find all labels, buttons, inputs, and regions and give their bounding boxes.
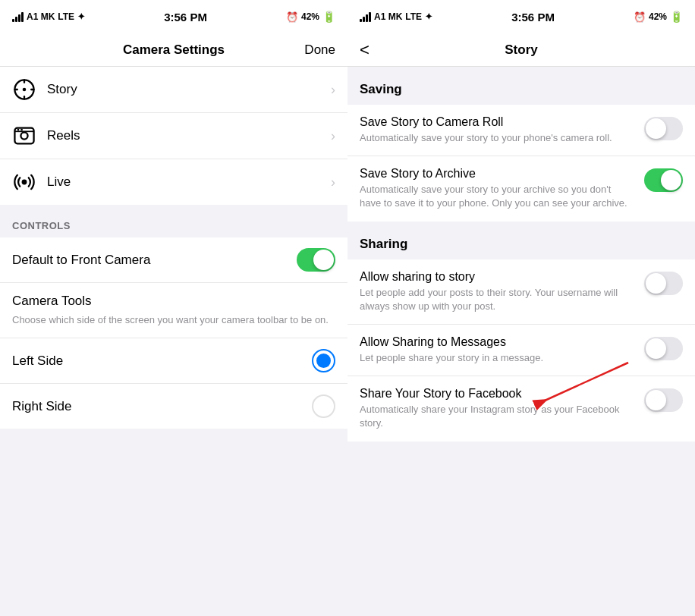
save-camera-roll-item: Save Story to Camera Roll Automatically …: [348, 105, 695, 156]
left-side-text: Left Side: [12, 354, 312, 369]
story-icon: [12, 77, 36, 102]
live-text: Live: [47, 174, 325, 190]
reels-text: Reels: [47, 128, 325, 143]
story-chevron: ›: [331, 82, 335, 98]
story-label: Story: [47, 82, 325, 97]
allow-sharing-story-text: Allow sharing to story Let people add yo…: [360, 270, 635, 313]
save-archive-label: Save Story to Archive: [360, 167, 635, 181]
svg-point-3: [23, 88, 27, 92]
reels-label: Reels: [47, 128, 325, 143]
wifi-icon-right: ✦: [425, 11, 432, 22]
battery-icon: 🔋: [322, 11, 335, 23]
network-text-right: LTE: [405, 11, 422, 22]
back-button[interactable]: <: [360, 40, 370, 60]
share-facebook-desc: Automatically share your Instagram story…: [360, 403, 635, 430]
right-side-radio[interactable]: [312, 394, 335, 418]
save-archive-toggle[interactable]: [644, 168, 683, 192]
allow-sharing-story-label: Allow sharing to story: [360, 270, 635, 284]
right-side-item[interactable]: Right Side: [0, 384, 348, 429]
alarm-icon-right: ⏰: [634, 11, 646, 23]
svg-point-13: [22, 180, 27, 185]
signal-icon: [12, 12, 24, 22]
save-archive-item: Save Story to Archive Automatically save…: [348, 156, 695, 221]
save-camera-roll-desc: Automatically save your story to your ph…: [360, 131, 635, 145]
front-camera-text: Default to Front Camera: [12, 253, 297, 268]
sharing-section: Allow sharing to story Let people add yo…: [348, 259, 695, 442]
sharing-section-title: Sharing: [348, 222, 695, 259]
allow-sharing-story-desc: Let people add your posts to their story…: [360, 286, 635, 313]
battery-text: 42%: [301, 11, 319, 22]
save-archive-desc: Automatically save your story to your ar…: [360, 183, 635, 210]
time-display: 3:56 PM: [164, 11, 207, 24]
live-label: Live: [47, 174, 325, 190]
right-side-label: Right Side: [12, 399, 312, 414]
live-icon: [12, 170, 36, 194]
svg-point-12: [20, 129, 23, 131]
saving-section: Save Story to Camera Roll Automatically …: [348, 105, 695, 222]
live-chevron: ›: [331, 174, 335, 190]
battery-text-right: 42%: [649, 11, 667, 22]
allow-sharing-story-toggle[interactable]: [644, 272, 683, 295]
status-bar-right: A1 MK LTE ✦ 3:56 PM ⏰ 42% 🔋: [348, 0, 695, 33]
front-camera-item[interactable]: Default to Front Camera: [0, 237, 348, 283]
camera-tools-item: Camera Tools Choose which side of the sc…: [0, 283, 348, 338]
done-button[interactable]: Done: [304, 42, 335, 58]
nav-title-right: Story: [505, 42, 537, 58]
story-text: Story: [47, 82, 325, 97]
save-archive-text: Save Story to Archive Automatically save…: [360, 167, 635, 210]
right-panel: A1 MK LTE ✦ 3:56 PM ⏰ 42% 🔋 < Story Savi…: [348, 0, 695, 616]
saving-section-title: Saving: [348, 67, 695, 105]
live-item[interactable]: Live ›: [0, 159, 348, 205]
left-side-radio[interactable]: [312, 349, 335, 372]
svg-point-9: [20, 132, 27, 139]
share-facebook-toggle[interactable]: [644, 388, 683, 412]
right-content: Saving Save Story to Camera Roll Automat…: [348, 67, 695, 616]
left-panel: A1 MK LTE ✦ 3:56 PM ⏰ 42% 🔋 Camera Setti…: [0, 0, 348, 616]
share-facebook-item: Share Your Story to Facebook Automatical…: [348, 376, 695, 441]
camera-tools-desc: Choose which side of the screen you want…: [12, 313, 329, 327]
allow-sharing-messages-text: Allow Sharing to Messages Let people sha…: [360, 335, 635, 365]
story-item[interactable]: Story ›: [0, 67, 348, 113]
svg-point-11: [17, 129, 20, 131]
controls-header: Controls: [0, 205, 348, 237]
story-settings-panel: A1 MK LTE ✦ 3:56 PM ⏰ 42% 🔋 < Story Savi…: [348, 0, 695, 616]
camera-tools-label: Camera Tools: [12, 294, 92, 309]
time-display-right: 3:56 PM: [511, 11, 555, 24]
nav-title-left: Camera Settings: [123, 42, 225, 58]
allow-sharing-story-item: Allow sharing to story Let people add yo…: [348, 259, 695, 325]
toggle-thumb-archive: [661, 170, 681, 190]
reels-item[interactable]: Reels ›: [0, 113, 348, 159]
save-camera-roll-toggle[interactable]: [644, 117, 683, 140]
toggle-thumb-messages: [646, 338, 666, 359]
camera-settings-panel: A1 MK LTE ✦ 3:56 PM ⏰ 42% 🔋 Camera Setti…: [0, 0, 348, 616]
nav-bar-right: < Story: [348, 33, 695, 67]
carrier-text-right: A1 MK: [374, 11, 402, 22]
front-camera-toggle[interactable]: [297, 248, 335, 272]
share-facebook-label: Share Your Story to Facebook: [360, 387, 635, 401]
left-side-label: Left Side: [12, 354, 312, 369]
left-side-item[interactable]: Left Side: [0, 338, 348, 384]
carrier-text: A1 MK: [27, 11, 55, 22]
nav-bar-left: Camera Settings Done: [0, 33, 348, 67]
battery-icon-right: 🔋: [670, 11, 683, 23]
save-camera-roll-text: Save Story to Camera Roll Automatically …: [360, 115, 635, 145]
allow-sharing-messages-desc: Let people share your story in a message…: [360, 351, 635, 365]
status-bar-left: A1 MK LTE ✦ 3:56 PM ⏰ 42% 🔋: [0, 0, 348, 33]
wifi-icon: ✦: [77, 11, 85, 22]
right-side-text: Right Side: [12, 399, 312, 414]
left-content: Story ›: [0, 67, 348, 616]
toggle-thumb-facebook: [646, 390, 666, 410]
reels-icon: [12, 124, 36, 148]
toggle-thumb-cam: [646, 118, 666, 139]
toggle-thumb: [313, 250, 334, 270]
signal-icon-right: [360, 12, 371, 22]
toggle-thumb-story: [646, 273, 666, 294]
save-camera-roll-label: Save Story to Camera Roll: [360, 115, 635, 129]
front-camera-label: Default to Front Camera: [12, 253, 297, 268]
share-facebook-text: Share Your Story to Facebook Automatical…: [360, 387, 635, 430]
allow-sharing-messages-toggle[interactable]: [644, 337, 683, 360]
allow-sharing-messages-label: Allow Sharing to Messages: [360, 335, 635, 349]
network-text: LTE: [58, 11, 74, 22]
controls-section: Default to Front Camera Camera Tools Cho…: [0, 237, 348, 429]
reels-chevron: ›: [331, 128, 335, 144]
